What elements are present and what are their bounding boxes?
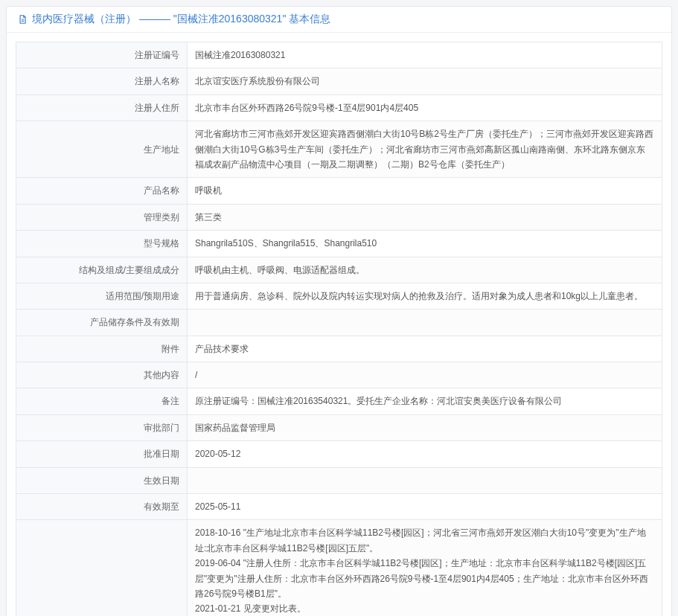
row-label: 产品名称 [16,178,188,204]
table-row: 注册人住所北京市丰台区外环西路26号院9号楼-1至4层901内4层405 [16,94,662,121]
row-value: 北京市丰台区外环西路26号院9号楼-1至4层901内4层405 [188,94,662,121]
row-label: 附件 [16,336,188,362]
row-value: Shangrila510S、Shangrila515、Shangrila510 [188,231,662,257]
info-table: 注册证编号国械注准20163080321注册人名称北京谊安医疗系统股份有限公司注… [16,42,662,616]
row-value: 河北省廊坊市三河市燕郊开发区迎宾路西侧潮白大街10号B栋2号生产厂房（委托生产）… [188,121,662,178]
row-label: 适用范围/预期用途 [16,283,188,309]
row-value: 国家药品监督管理局 [188,414,662,440]
table-row: 生产地址河北省廊坊市三河市燕郊开发区迎宾路西侧潮白大街10号B栋2号生产厂房（委… [16,121,662,178]
row-value: 原注册证编号：国械注准20163540321。受托生产企业名称：河北谊安奥美医疗… [188,388,662,414]
row-value: 2025-05-11 [188,494,662,520]
row-label: 批准日期 [16,441,188,467]
table-row: 结构及组成/主要组成成分呼吸机由主机、呼吸阀、电源适配器组成。 [16,257,662,283]
title-suffix: 基本信息 [286,13,330,25]
row-value: 北京谊安医疗系统股份有限公司 [188,68,662,94]
row-label: 注册证编号 [16,42,188,68]
table-row: 注册证编号国械注准20163080321 [16,42,662,68]
table-row: 变更情况2018-10-16 "生产地址北京市丰台区科学城11B2号楼[园区]；… [16,520,662,616]
table-row: 适用范围/预期用途用于普通病房、急诊科、院外以及院内转运实现对病人的抢救及治疗。… [16,283,662,309]
row-label: 生产地址 [16,121,188,178]
device-info-card: 境内医疗器械（注册） ——— "国械注准20163080321" 基本信息 注册… [6,6,672,616]
row-value [188,309,662,336]
table-row: 型号规格Shangrila510S、Shangrila515、Shangrila… [16,231,662,257]
table-row: 注册人名称北京谊安医疗系统股份有限公司 [16,68,662,94]
table-row: 附件产品技术要求 [16,336,662,362]
table-row: 其他内容/ [16,362,662,388]
row-value: / [188,362,662,388]
card-header: 境内医疗器械（注册） ——— "国械注准20163080321" 基本信息 [7,7,671,33]
row-value: 产品技术要求 [188,336,662,362]
row-label: 结构及组成/主要组成成分 [16,257,188,283]
table-row: 产品名称呼吸机 [16,178,662,204]
row-value: 呼吸机由主机、呼吸阀、电源适配器组成。 [188,257,662,283]
row-value [188,467,662,493]
row-label: 注册人名称 [16,68,188,94]
row-value: 2020-05-12 [188,441,662,467]
table-row: 备注原注册证编号：国械注准20163540321。受托生产企业名称：河北谊安奥美… [16,388,662,414]
row-label: 有效期至 [16,494,188,520]
row-label: 其他内容 [16,362,188,388]
row-label: 备注 [16,388,188,414]
row-label: 变更情况 [16,520,188,616]
row-label: 生效日期 [16,467,188,493]
table-row: 批准日期2020-05-12 [16,441,662,467]
table-row: 管理类别第三类 [16,204,662,230]
row-value: 国械注准20163080321 [188,42,662,68]
row-label: 产品储存条件及有效期 [16,309,188,336]
row-label: 注册人住所 [16,94,188,121]
table-row: 产品储存条件及有效期 [16,309,662,336]
document-icon [17,14,28,25]
title-id: "国械注准20163080321" [173,13,287,25]
row-value: 呼吸机 [188,178,662,204]
table-row: 审批部门国家药品监督管理局 [16,414,662,440]
table-row: 有效期至2025-05-11 [16,494,662,520]
row-value: 第三类 [188,204,662,230]
title-prefix: 境内医疗器械（注册） ——— [32,13,173,25]
card-title: 境内医疗器械（注册） ——— "国械注准20163080321" 基本信息 [32,13,330,26]
row-value: 用于普通病房、急诊科、院外以及院内转运实现对病人的抢救及治疗。适用对象为成人患者… [188,283,662,309]
row-label: 审批部门 [16,414,188,440]
table-row: 生效日期 [16,467,662,493]
row-label: 管理类别 [16,204,188,230]
row-label: 型号规格 [16,231,188,257]
row-value: 2018-10-16 "生产地址北京市丰台区科学城11B2号楼[园区]；河北省三… [188,520,662,616]
